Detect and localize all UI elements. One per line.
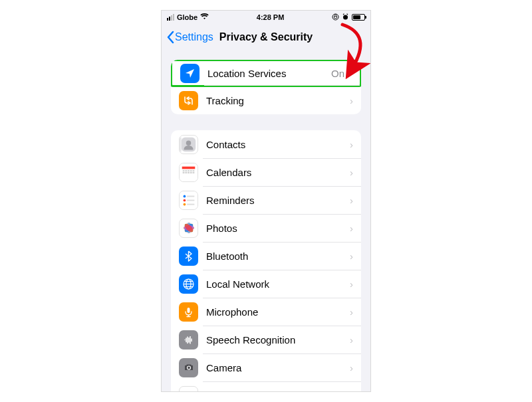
- orientation-lock-icon: [332, 13, 339, 22]
- chevron-right-icon: ›: [350, 251, 353, 262]
- svg-rect-12: [183, 172, 185, 173]
- svg-rect-4: [180, 137, 182, 151]
- row-label: Tracking: [206, 95, 350, 106]
- row-label: Speech Recognition: [206, 334, 350, 346]
- chevron-right-icon: ›: [348, 68, 352, 79]
- health-icon: [179, 386, 198, 392]
- chevron-right-icon: ›: [350, 95, 353, 106]
- nav-bar: Settings Privacy & Security: [162, 24, 370, 50]
- back-label: Settings: [175, 31, 213, 43]
- svg-rect-7: [183, 170, 185, 171]
- calendars-icon: [179, 163, 198, 182]
- status-right: [332, 13, 365, 22]
- battery-icon: [352, 14, 365, 21]
- row-label: Location Services: [207, 68, 331, 79]
- row-local-network[interactable]: Local Network ›: [171, 270, 361, 298]
- location-icon: [180, 64, 200, 83]
- svg-rect-23: [187, 203, 194, 205]
- svg-rect-10: [190, 170, 192, 171]
- chevron-right-icon: ›: [350, 362, 353, 373]
- chevron-right-icon: ›: [350, 139, 353, 150]
- chevron-right-icon: ›: [350, 223, 353, 234]
- row-health[interactable]: Health ›: [171, 381, 361, 391]
- alarm-icon: [342, 13, 349, 22]
- svg-point-3: [186, 140, 191, 145]
- chevron-right-icon: ›: [350, 306, 353, 318]
- bluetooth-icon: [179, 247, 198, 266]
- row-label: Health: [206, 390, 350, 392]
- svg-rect-37: [188, 308, 190, 313]
- chevron-right-icon: ›: [350, 278, 353, 290]
- row-speech-recognition[interactable]: Speech Recognition ›: [171, 326, 361, 353]
- svg-rect-6: [182, 166, 196, 169]
- camera-icon: [179, 358, 198, 377]
- reminders-icon: [179, 191, 198, 210]
- svg-rect-8: [185, 170, 187, 171]
- row-photos[interactable]: Photos ›: [171, 214, 361, 242]
- svg-point-20: [184, 199, 186, 201]
- svg-rect-19: [187, 195, 194, 197]
- photos-icon: [179, 219, 198, 238]
- svg-rect-14: [188, 172, 190, 173]
- row-tracking[interactable]: Tracking ›: [171, 86, 361, 114]
- svg-rect-15: [190, 172, 192, 173]
- signal-icon: [167, 14, 174, 21]
- row-label: Calendars: [206, 167, 350, 178]
- svg-rect-16: [193, 172, 195, 173]
- row-bluetooth[interactable]: Bluetooth ›: [171, 242, 361, 270]
- svg-rect-11: [193, 170, 195, 171]
- chevron-right-icon: ›: [350, 334, 353, 346]
- clock-label: 4:28 PM: [257, 13, 285, 21]
- row-calendars[interactable]: Calendars ›: [171, 158, 361, 186]
- row-contacts[interactable]: Contacts ›: [171, 130, 361, 158]
- svg-rect-13: [185, 172, 187, 173]
- row-camera[interactable]: Camera ›: [171, 353, 361, 381]
- svg-rect-21: [187, 199, 194, 201]
- tracking-icon: [179, 91, 198, 110]
- row-reminders[interactable]: Reminders ›: [171, 186, 361, 214]
- speech-icon: [179, 330, 198, 350]
- svg-point-22: [184, 203, 186, 205]
- content-scroll[interactable]: Location Services On › Tracking › Contac…: [162, 50, 370, 391]
- group-apps: Contacts › Calendars › Reminders ›: [171, 130, 361, 391]
- row-label: Bluetooth: [206, 251, 350, 262]
- row-label: Camera: [206, 362, 350, 373]
- carrier-label: Globe: [177, 13, 198, 21]
- group-location: Location Services On › Tracking ›: [171, 60, 361, 114]
- svg-point-1: [343, 15, 348, 19]
- row-label: Microphone: [206, 306, 350, 318]
- chevron-right-icon: ›: [350, 167, 353, 178]
- status-bar: Globe 4:28 PM: [162, 11, 370, 24]
- settings-privacy-screen: Globe 4:28 PM Settings Privacy & Securit…: [161, 10, 371, 392]
- chevron-right-icon: ›: [350, 390, 353, 392]
- row-label: Photos: [206, 223, 350, 234]
- microphone-icon: [179, 302, 198, 322]
- contacts-icon: [179, 135, 198, 154]
- local-network-icon: [179, 274, 198, 294]
- row-label: Local Network: [206, 278, 350, 290]
- svg-rect-9: [188, 170, 190, 171]
- back-button[interactable]: Settings: [162, 31, 213, 44]
- wifi-icon: [200, 13, 209, 21]
- row-value: On: [331, 68, 344, 79]
- chevron-left-icon: [166, 31, 175, 44]
- status-left: Globe: [167, 13, 209, 21]
- row-label: Contacts: [206, 139, 350, 150]
- chevron-right-icon: ›: [350, 195, 353, 206]
- svg-point-18: [184, 195, 186, 197]
- row-microphone[interactable]: Microphone ›: [171, 298, 361, 326]
- row-label: Reminders: [206, 195, 350, 206]
- row-location-services[interactable]: Location Services On ›: [171, 60, 361, 87]
